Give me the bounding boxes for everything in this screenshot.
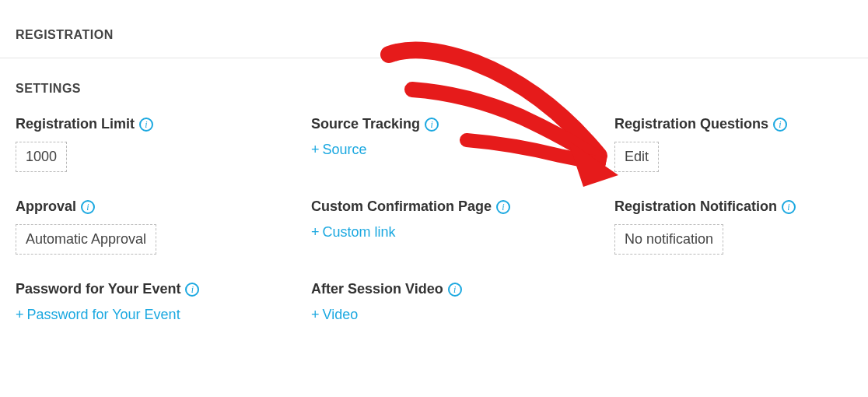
- after-session-video-field: After Session Video i + Video: [311, 281, 614, 323]
- add-custom-link-text: Custom link: [323, 224, 396, 241]
- add-video-link[interactable]: + Video: [311, 307, 358, 323]
- settings-section-header: SETTINGS: [0, 58, 868, 100]
- label-row: Registration Limit i: [16, 116, 311, 132]
- add-source-text: Source: [323, 142, 367, 158]
- label-row: Password for Your Event i: [16, 281, 311, 297]
- info-icon[interactable]: i: [448, 283, 462, 297]
- add-password-link[interactable]: + Password for Your Event: [16, 307, 180, 323]
- plus-icon: +: [16, 307, 24, 323]
- add-video-text: Video: [323, 307, 359, 323]
- label-row: Approval i: [16, 198, 311, 215]
- add-password-text: Password for Your Event: [27, 307, 180, 323]
- registration-limit-field: Registration Limit i 1000: [16, 116, 311, 172]
- source-tracking-field: Source Tracking i + Source: [311, 116, 614, 172]
- plus-icon: +: [311, 307, 320, 323]
- registration-questions-label: Registration Questions: [614, 116, 768, 132]
- registration-section-header: REGISTRATION: [0, 0, 868, 58]
- info-icon[interactable]: i: [139, 118, 153, 132]
- registration-questions-field: Registration Questions i Edit: [614, 116, 852, 172]
- after-session-video-label: After Session Video: [311, 281, 443, 297]
- password-label: Password for Your Event: [16, 281, 180, 297]
- info-icon[interactable]: i: [425, 118, 439, 132]
- info-icon[interactable]: i: [496, 200, 510, 214]
- custom-confirmation-field: Custom Confirmation Page i + Custom link: [311, 198, 614, 255]
- notification-select[interactable]: No notification: [614, 224, 723, 255]
- info-icon[interactable]: i: [773, 118, 787, 132]
- add-source-link[interactable]: + Source: [311, 142, 367, 158]
- plus-icon: +: [311, 142, 320, 158]
- plus-icon: +: [311, 224, 320, 241]
- label-row: Source Tracking i: [311, 116, 614, 132]
- add-custom-link[interactable]: + Custom link: [311, 224, 396, 241]
- source-tracking-label: Source Tracking: [311, 116, 420, 132]
- registration-limit-input[interactable]: 1000: [16, 142, 67, 172]
- registration-notification-field: Registration Notification i No notificat…: [614, 198, 852, 255]
- info-icon[interactable]: i: [185, 283, 199, 297]
- custom-confirmation-label: Custom Confirmation Page: [311, 198, 492, 215]
- registration-limit-label: Registration Limit: [16, 116, 135, 132]
- approval-select[interactable]: Automatic Approval: [16, 224, 156, 255]
- empty-cell: [614, 281, 852, 323]
- label-row: Registration Questions i: [614, 116, 852, 132]
- registration-notification-label: Registration Notification: [614, 198, 777, 215]
- info-icon[interactable]: i: [782, 200, 796, 214]
- password-field: Password for Your Event i + Password for…: [16, 281, 311, 323]
- label-row: Custom Confirmation Page i: [311, 198, 614, 215]
- info-icon[interactable]: i: [81, 200, 95, 214]
- approval-field: Approval i Automatic Approval: [16, 198, 311, 255]
- settings-grid: Registration Limit i 1000 Source Trackin…: [0, 100, 868, 346]
- label-row: After Session Video i: [311, 281, 614, 297]
- label-row: Registration Notification i: [614, 198, 852, 215]
- approval-label: Approval: [16, 198, 76, 215]
- edit-questions-button[interactable]: Edit: [614, 142, 659, 172]
